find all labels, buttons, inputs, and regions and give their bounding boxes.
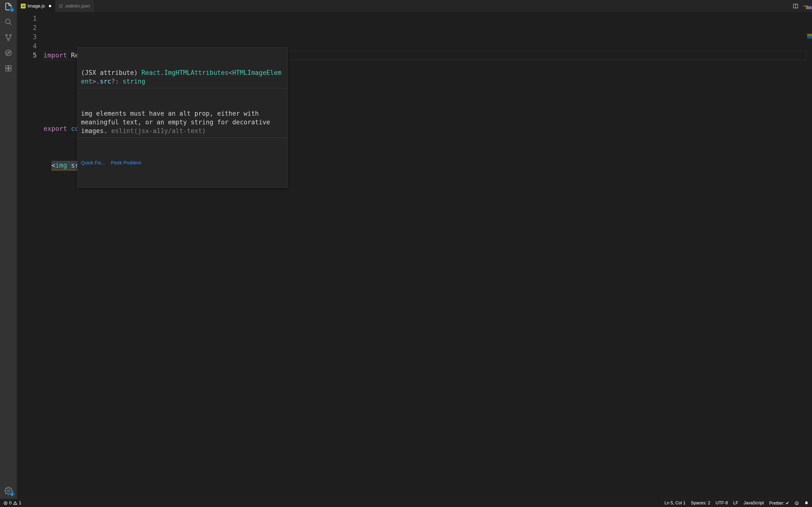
line-number: 1 bbox=[17, 14, 37, 23]
tab-bar: JS Image.js .eslintrc.json bbox=[17, 0, 812, 12]
indentation[interactable]: Spaces: 2 bbox=[691, 501, 710, 506]
svg-point-4 bbox=[8, 39, 9, 41]
code-line bbox=[44, 198, 807, 207]
problems-status[interactable]: 0 1 bbox=[3, 501, 21, 506]
tab-image-js[interactable]: JS Image.js bbox=[17, 0, 55, 12]
feedback-icon[interactable] bbox=[795, 501, 799, 505]
lang-indicator-icon bbox=[806, 6, 812, 9]
hover-widget: (JSX attribute) React.ImgHTMLAttributes<… bbox=[77, 47, 288, 188]
editor-column: JS Image.js .eslintrc.json 1 2 bbox=[17, 0, 812, 499]
json-file-icon bbox=[59, 4, 63, 8]
language-mode[interactable]: JavaScript bbox=[744, 501, 764, 506]
settings-badge: 1 bbox=[10, 492, 14, 496]
prettier-status[interactable]: Prettier: ✔ bbox=[769, 501, 789, 506]
settings-gear-icon[interactable]: 1 bbox=[4, 487, 12, 495]
info-marker-icon[interactable] bbox=[807, 36, 812, 39]
line-number: 2 bbox=[17, 23, 37, 32]
error-count: 0 bbox=[9, 501, 12, 506]
activity-bar: 1 1 bbox=[0, 0, 17, 499]
line-number: 3 bbox=[17, 32, 37, 42]
extensions-icon[interactable] bbox=[4, 64, 12, 72]
svg-point-3 bbox=[10, 34, 11, 36]
svg-point-24 bbox=[797, 503, 798, 503]
warning-marker-icon[interactable] bbox=[807, 34, 812, 36]
code-area[interactable]: import React from 'react'; export const … bbox=[44, 12, 807, 499]
tab-label: .eslintrc.json bbox=[64, 3, 90, 9]
search-icon[interactable] bbox=[4, 18, 12, 26]
eol[interactable]: LF bbox=[733, 501, 738, 506]
tab-actions bbox=[789, 0, 812, 12]
svg-rect-9 bbox=[9, 68, 11, 71]
svg-line-1 bbox=[9, 23, 11, 25]
svg-rect-8 bbox=[6, 68, 8, 71]
encoding[interactable]: UTF-8 bbox=[716, 501, 728, 506]
dirty-indicator-icon bbox=[49, 5, 51, 7]
svg-point-11 bbox=[7, 490, 10, 492]
peek-problem-link[interactable]: Peek Problem bbox=[111, 158, 141, 167]
svg-point-0 bbox=[6, 19, 10, 24]
svg-rect-7 bbox=[6, 66, 8, 68]
warning-count: 1 bbox=[19, 501, 21, 506]
quick-fix-link[interactable]: Quick Fix... bbox=[81, 158, 105, 167]
svg-point-22 bbox=[795, 501, 799, 505]
tab-eslintrc[interactable]: .eslintrc.json bbox=[55, 0, 94, 12]
editor-body[interactable]: 1 2 3 4 5 import React from 'react'; exp… bbox=[17, 12, 812, 499]
line-gutter: 1 2 3 4 5 bbox=[17, 12, 44, 499]
svg-point-14 bbox=[804, 6, 805, 6]
notifications-icon[interactable] bbox=[804, 501, 809, 505]
tab-label: Image.js bbox=[28, 3, 45, 9]
svg-point-2 bbox=[6, 34, 7, 36]
source-control-icon[interactable] bbox=[4, 33, 12, 42]
line-number: 4 bbox=[17, 42, 37, 51]
status-bar: 0 1 Ln 5, Col 1 Spaces: 2 UTF-8 LF JavaS… bbox=[0, 499, 812, 507]
main-area: 1 1 JS Image bbox=[0, 0, 812, 499]
line-number: 5 bbox=[17, 51, 37, 60]
hover-lint-message: img elements must have an alt prop, eith… bbox=[78, 107, 287, 138]
debug-disabled-icon[interactable] bbox=[4, 49, 12, 57]
overview-ruler[interactable] bbox=[807, 12, 812, 499]
js-file-icon: JS bbox=[21, 4, 26, 8]
explorer-icon[interactable]: 1 bbox=[4, 2, 12, 11]
svg-rect-10 bbox=[9, 66, 11, 68]
svg-point-23 bbox=[796, 503, 796, 503]
svg-line-6 bbox=[6, 51, 11, 55]
split-editor-icon[interactable] bbox=[793, 3, 799, 9]
hover-signature: (JSX attribute) React.ImgHTMLAttributes<… bbox=[78, 66, 287, 89]
hover-links: Quick Fix... Peek Problem bbox=[78, 156, 287, 169]
cursor-position[interactable]: Ln 5, Col 1 bbox=[665, 501, 686, 506]
explorer-badge: 1 bbox=[10, 7, 14, 12]
